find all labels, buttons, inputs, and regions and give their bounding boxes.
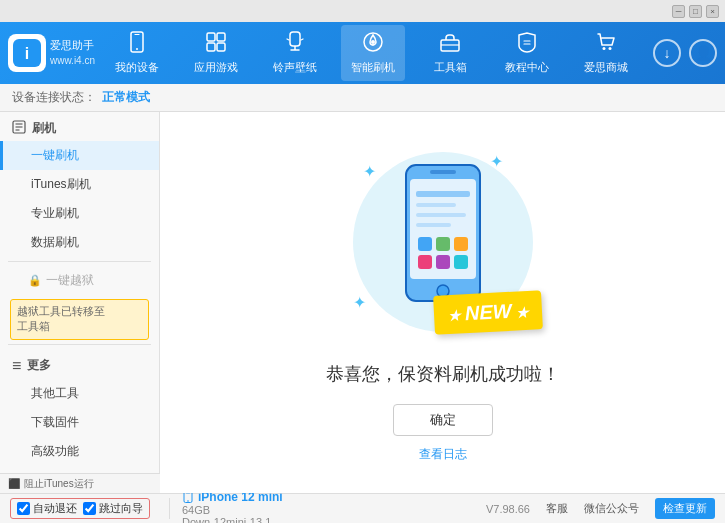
- logo-icon: i: [8, 34, 46, 72]
- svg-rect-32: [416, 213, 466, 217]
- divider-2: [8, 344, 151, 345]
- ringtone-icon: [284, 31, 306, 58]
- svg-rect-35: [436, 237, 450, 251]
- user-btn[interactable]: 👤: [689, 39, 717, 67]
- main-content: 刷机 一键刷机 iTunes刷机 专业刷机 数据刷机 🔒 一键越狱 越狱工具已转…: [0, 112, 725, 493]
- success-text: 恭喜您，保资料刷机成功啦！: [326, 362, 560, 386]
- itunes-bar: ⬛ 阻止iTunes运行: [0, 473, 160, 493]
- svg-line-13: [301, 39, 303, 40]
- device-firmware: Down-12mini-13,1: [182, 516, 474, 524]
- nav-item-toolbox[interactable]: 工具箱: [420, 25, 480, 81]
- auto-close-input[interactable]: [17, 502, 30, 515]
- svg-rect-30: [416, 191, 470, 197]
- close-btn[interactable]: ×: [706, 5, 719, 18]
- svg-point-4: [136, 48, 138, 50]
- svg-rect-37: [418, 255, 432, 269]
- sidebar-item-one-key-flash[interactable]: 一键刷机: [0, 141, 159, 170]
- section-header-flash: 刷机: [0, 112, 159, 141]
- section-header-more: ≡ 更多: [0, 349, 159, 379]
- phone-illustration: ✦ ✦ ✦: [333, 142, 553, 342]
- apps-icon: [205, 31, 227, 58]
- section-header-jailbreak: 🔒 一键越狱: [0, 266, 159, 295]
- customer-service-link[interactable]: 客服: [546, 501, 568, 516]
- sidebar-item-other-tools[interactable]: 其他工具: [0, 379, 159, 408]
- title-bar: ─ □ ×: [0, 0, 725, 22]
- svg-rect-34: [418, 237, 432, 251]
- svg-point-42: [187, 500, 189, 502]
- device-storage: 64GB: [182, 504, 474, 516]
- svg-rect-31: [416, 203, 456, 207]
- new-badge: NEW: [433, 290, 543, 335]
- sparkle-2: ✦: [490, 152, 503, 171]
- svg-rect-39: [454, 255, 468, 269]
- bottom-right: V7.98.66 客服 微信公众号 检查更新: [486, 498, 715, 519]
- jailbreak-warning: 越狱工具已转移至工具箱: [10, 299, 149, 340]
- svg-rect-29: [430, 170, 456, 174]
- nav-right: ↓ 👤: [653, 39, 717, 67]
- auto-close-checkbox[interactable]: 自动退还: [17, 501, 77, 516]
- lock-icon: 🔒: [28, 274, 42, 287]
- sparkle-1: ✦: [363, 162, 376, 181]
- shop-icon: [595, 31, 617, 58]
- bottom-left: 自动退还 跳过向导: [10, 498, 170, 519]
- skip-guide-checkbox[interactable]: 跳过向导: [83, 501, 143, 516]
- version-label: V7.98.66: [486, 503, 530, 515]
- wechat-link[interactable]: 微信公众号: [584, 501, 639, 516]
- sidebar-item-itunes-flash[interactable]: iTunes刷机: [0, 170, 159, 199]
- download-btn[interactable]: ↓: [653, 39, 681, 67]
- device-icon: [126, 31, 148, 58]
- sidebar-item-pro-flash[interactable]: 专业刷机: [0, 199, 159, 228]
- skip-guide-input[interactable]: [83, 502, 96, 515]
- divider-1: [8, 261, 151, 262]
- stop-icon: ⬛: [8, 478, 20, 489]
- bottom-device: iPhone 12 mini 64GB Down-12mini-13,1: [170, 490, 486, 524]
- sidebar-item-advanced[interactable]: 高级功能: [0, 437, 159, 466]
- nav-item-shop[interactable]: 爱思商城: [574, 25, 638, 81]
- nav-items: 我的设备 应用游戏: [98, 25, 645, 81]
- more-icon: ≡: [12, 357, 21, 375]
- svg-rect-7: [207, 43, 215, 51]
- logo-text: 爱思助手 www.i4.cn: [50, 38, 95, 67]
- svg-rect-5: [207, 33, 215, 41]
- svg-rect-33: [416, 223, 451, 227]
- nav-item-apps-games[interactable]: 应用游戏: [184, 25, 248, 81]
- bottom-bar: 自动退还 跳过向导 iPhone 12 mini 64GB Down-12min…: [0, 493, 725, 523]
- logo: i 爱思助手 www.i4.cn: [8, 34, 98, 72]
- daily-link[interactable]: 查看日志: [419, 446, 467, 463]
- svg-rect-9: [290, 32, 300, 46]
- sparkle-3: ✦: [353, 293, 366, 312]
- svg-rect-38: [436, 255, 450, 269]
- confirm-button[interactable]: 确定: [393, 404, 493, 436]
- sidebar-item-download-firmware[interactable]: 下载固件: [0, 408, 159, 437]
- svg-rect-8: [217, 43, 225, 51]
- svg-rect-6: [217, 33, 225, 41]
- check-update-btn[interactable]: 检查更新: [655, 498, 715, 519]
- minimize-btn[interactable]: ─: [672, 5, 685, 18]
- svg-point-20: [602, 47, 605, 50]
- sidebar-item-data-flash[interactable]: 数据刷机: [0, 228, 159, 257]
- tutorial-icon: [516, 31, 538, 58]
- svg-text:i: i: [25, 45, 29, 62]
- svg-point-21: [608, 47, 611, 50]
- nav-item-my-device[interactable]: 我的设备: [105, 25, 169, 81]
- content-area: ✦ ✦ ✦: [160, 112, 725, 493]
- maximize-btn[interactable]: □: [689, 5, 702, 18]
- svg-point-15: [371, 40, 375, 44]
- flash-icon: [362, 31, 384, 58]
- svg-line-12: [287, 39, 289, 40]
- status-bar: 设备连接状态： 正常模式: [0, 84, 725, 112]
- flash-section-icon: [12, 120, 26, 137]
- nav-item-smart-flash[interactable]: 智能刷机: [341, 25, 405, 81]
- svg-rect-36: [454, 237, 468, 251]
- nav-bar: i 爱思助手 www.i4.cn 我的设备: [0, 22, 725, 84]
- nav-item-tutorial[interactable]: 教程中心: [495, 25, 559, 81]
- nav-item-ringtones[interactable]: 铃声壁纸: [263, 25, 327, 81]
- sidebar: 刷机 一键刷机 iTunes刷机 专业刷机 数据刷机 🔒 一键越狱 越狱工具已转…: [0, 112, 160, 493]
- toolbox-icon: [439, 31, 461, 58]
